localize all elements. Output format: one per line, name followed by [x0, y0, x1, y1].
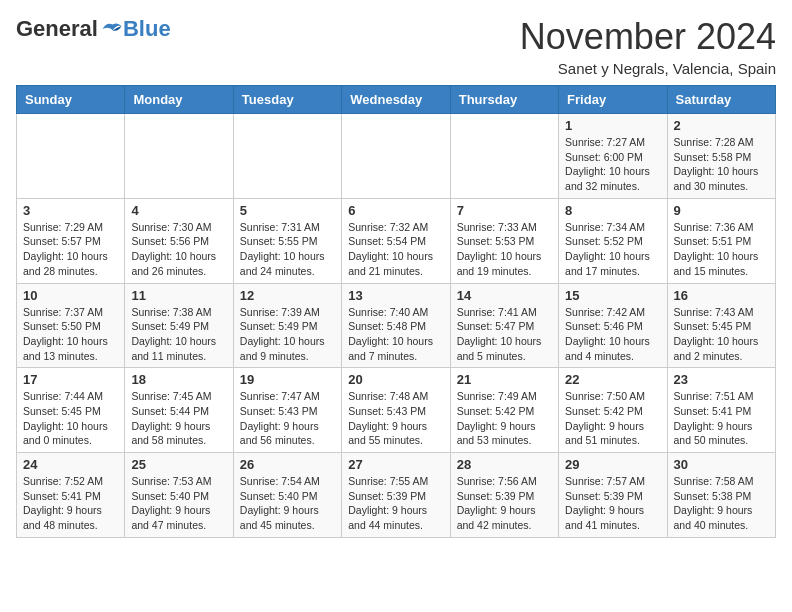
calendar-week-row: 3Sunrise: 7:29 AM Sunset: 5:57 PM Daylig… — [17, 198, 776, 283]
day-info: Sunrise: 7:49 AM Sunset: 5:42 PM Dayligh… — [457, 389, 552, 448]
calendar-cell: 24Sunrise: 7:52 AM Sunset: 5:41 PM Dayli… — [17, 453, 125, 538]
day-number: 19 — [240, 372, 335, 387]
calendar-cell — [17, 114, 125, 199]
day-number: 14 — [457, 288, 552, 303]
calendar-cell: 25Sunrise: 7:53 AM Sunset: 5:40 PM Dayli… — [125, 453, 233, 538]
calendar-cell: 9Sunrise: 7:36 AM Sunset: 5:51 PM Daylig… — [667, 198, 775, 283]
weekday-header-wednesday: Wednesday — [342, 86, 450, 114]
day-number: 5 — [240, 203, 335, 218]
calendar-cell: 4Sunrise: 7:30 AM Sunset: 5:56 PM Daylig… — [125, 198, 233, 283]
calendar-cell: 7Sunrise: 7:33 AM Sunset: 5:53 PM Daylig… — [450, 198, 558, 283]
logo: General Blue — [16, 16, 171, 42]
day-number: 26 — [240, 457, 335, 472]
day-info: Sunrise: 7:34 AM Sunset: 5:52 PM Dayligh… — [565, 220, 660, 279]
day-info: Sunrise: 7:43 AM Sunset: 5:45 PM Dayligh… — [674, 305, 769, 364]
calendar-cell: 29Sunrise: 7:57 AM Sunset: 5:39 PM Dayli… — [559, 453, 667, 538]
day-info: Sunrise: 7:28 AM Sunset: 5:58 PM Dayligh… — [674, 135, 769, 194]
calendar-cell: 6Sunrise: 7:32 AM Sunset: 5:54 PM Daylig… — [342, 198, 450, 283]
day-number: 11 — [131, 288, 226, 303]
calendar-cell: 19Sunrise: 7:47 AM Sunset: 5:43 PM Dayli… — [233, 368, 341, 453]
day-number: 30 — [674, 457, 769, 472]
calendar-cell: 22Sunrise: 7:50 AM Sunset: 5:42 PM Dayli… — [559, 368, 667, 453]
day-info: Sunrise: 7:56 AM Sunset: 5:39 PM Dayligh… — [457, 474, 552, 533]
page-header: General Blue November 2024 Sanet y Negra… — [16, 16, 776, 77]
day-number: 1 — [565, 118, 660, 133]
calendar-cell: 27Sunrise: 7:55 AM Sunset: 5:39 PM Dayli… — [342, 453, 450, 538]
logo-general: General — [16, 16, 98, 42]
day-info: Sunrise: 7:42 AM Sunset: 5:46 PM Dayligh… — [565, 305, 660, 364]
day-number: 25 — [131, 457, 226, 472]
day-info: Sunrise: 7:45 AM Sunset: 5:44 PM Dayligh… — [131, 389, 226, 448]
calendar-cell — [342, 114, 450, 199]
day-info: Sunrise: 7:29 AM Sunset: 5:57 PM Dayligh… — [23, 220, 118, 279]
day-info: Sunrise: 7:51 AM Sunset: 5:41 PM Dayligh… — [674, 389, 769, 448]
calendar-cell: 13Sunrise: 7:40 AM Sunset: 5:48 PM Dayli… — [342, 283, 450, 368]
day-info: Sunrise: 7:39 AM Sunset: 5:49 PM Dayligh… — [240, 305, 335, 364]
calendar-header-row: SundayMondayTuesdayWednesdayThursdayFrid… — [17, 86, 776, 114]
day-info: Sunrise: 7:52 AM Sunset: 5:41 PM Dayligh… — [23, 474, 118, 533]
day-info: Sunrise: 7:31 AM Sunset: 5:55 PM Dayligh… — [240, 220, 335, 279]
day-number: 29 — [565, 457, 660, 472]
location-subtitle: Sanet y Negrals, Valencia, Spain — [520, 60, 776, 77]
day-info: Sunrise: 7:54 AM Sunset: 5:40 PM Dayligh… — [240, 474, 335, 533]
calendar-cell: 14Sunrise: 7:41 AM Sunset: 5:47 PM Dayli… — [450, 283, 558, 368]
calendar-cell: 1Sunrise: 7:27 AM Sunset: 6:00 PM Daylig… — [559, 114, 667, 199]
day-info: Sunrise: 7:37 AM Sunset: 5:50 PM Dayligh… — [23, 305, 118, 364]
day-number: 23 — [674, 372, 769, 387]
calendar-cell: 2Sunrise: 7:28 AM Sunset: 5:58 PM Daylig… — [667, 114, 775, 199]
day-info: Sunrise: 7:38 AM Sunset: 5:49 PM Dayligh… — [131, 305, 226, 364]
day-info: Sunrise: 7:36 AM Sunset: 5:51 PM Dayligh… — [674, 220, 769, 279]
calendar-cell: 21Sunrise: 7:49 AM Sunset: 5:42 PM Dayli… — [450, 368, 558, 453]
weekday-header-friday: Friday — [559, 86, 667, 114]
day-number: 9 — [674, 203, 769, 218]
day-number: 20 — [348, 372, 443, 387]
calendar-table: SundayMondayTuesdayWednesdayThursdayFrid… — [16, 85, 776, 538]
day-info: Sunrise: 7:57 AM Sunset: 5:39 PM Dayligh… — [565, 474, 660, 533]
day-info: Sunrise: 7:55 AM Sunset: 5:39 PM Dayligh… — [348, 474, 443, 533]
day-number: 10 — [23, 288, 118, 303]
day-number: 6 — [348, 203, 443, 218]
day-info: Sunrise: 7:47 AM Sunset: 5:43 PM Dayligh… — [240, 389, 335, 448]
day-info: Sunrise: 7:41 AM Sunset: 5:47 PM Dayligh… — [457, 305, 552, 364]
day-info: Sunrise: 7:40 AM Sunset: 5:48 PM Dayligh… — [348, 305, 443, 364]
calendar-week-row: 10Sunrise: 7:37 AM Sunset: 5:50 PM Dayli… — [17, 283, 776, 368]
day-info: Sunrise: 7:30 AM Sunset: 5:56 PM Dayligh… — [131, 220, 226, 279]
day-info: Sunrise: 7:27 AM Sunset: 6:00 PM Dayligh… — [565, 135, 660, 194]
day-number: 12 — [240, 288, 335, 303]
weekday-header-thursday: Thursday — [450, 86, 558, 114]
day-info: Sunrise: 7:48 AM Sunset: 5:43 PM Dayligh… — [348, 389, 443, 448]
calendar-week-row: 1Sunrise: 7:27 AM Sunset: 6:00 PM Daylig… — [17, 114, 776, 199]
weekday-header-tuesday: Tuesday — [233, 86, 341, 114]
day-number: 24 — [23, 457, 118, 472]
weekday-header-sunday: Sunday — [17, 86, 125, 114]
calendar-cell: 17Sunrise: 7:44 AM Sunset: 5:45 PM Dayli… — [17, 368, 125, 453]
calendar-cell — [125, 114, 233, 199]
calendar-cell: 18Sunrise: 7:45 AM Sunset: 5:44 PM Dayli… — [125, 368, 233, 453]
day-number: 17 — [23, 372, 118, 387]
day-number: 27 — [348, 457, 443, 472]
day-info: Sunrise: 7:53 AM Sunset: 5:40 PM Dayligh… — [131, 474, 226, 533]
day-number: 7 — [457, 203, 552, 218]
calendar-week-row: 24Sunrise: 7:52 AM Sunset: 5:41 PM Dayli… — [17, 453, 776, 538]
day-number: 8 — [565, 203, 660, 218]
day-info: Sunrise: 7:58 AM Sunset: 5:38 PM Dayligh… — [674, 474, 769, 533]
calendar-week-row: 17Sunrise: 7:44 AM Sunset: 5:45 PM Dayli… — [17, 368, 776, 453]
day-info: Sunrise: 7:44 AM Sunset: 5:45 PM Dayligh… — [23, 389, 118, 448]
day-number: 2 — [674, 118, 769, 133]
day-number: 13 — [348, 288, 443, 303]
logo-text: General Blue — [16, 16, 171, 42]
day-number: 28 — [457, 457, 552, 472]
calendar-cell: 20Sunrise: 7:48 AM Sunset: 5:43 PM Dayli… — [342, 368, 450, 453]
calendar-cell: 30Sunrise: 7:58 AM Sunset: 5:38 PM Dayli… — [667, 453, 775, 538]
weekday-header-saturday: Saturday — [667, 86, 775, 114]
logo-blue: Blue — [123, 16, 171, 42]
month-title: November 2024 — [520, 16, 776, 58]
calendar-cell: 28Sunrise: 7:56 AM Sunset: 5:39 PM Dayli… — [450, 453, 558, 538]
day-info: Sunrise: 7:50 AM Sunset: 5:42 PM Dayligh… — [565, 389, 660, 448]
day-number: 16 — [674, 288, 769, 303]
calendar-cell — [450, 114, 558, 199]
day-number: 22 — [565, 372, 660, 387]
calendar-cell: 16Sunrise: 7:43 AM Sunset: 5:45 PM Dayli… — [667, 283, 775, 368]
day-info: Sunrise: 7:32 AM Sunset: 5:54 PM Dayligh… — [348, 220, 443, 279]
logo-bird-icon — [101, 20, 123, 38]
